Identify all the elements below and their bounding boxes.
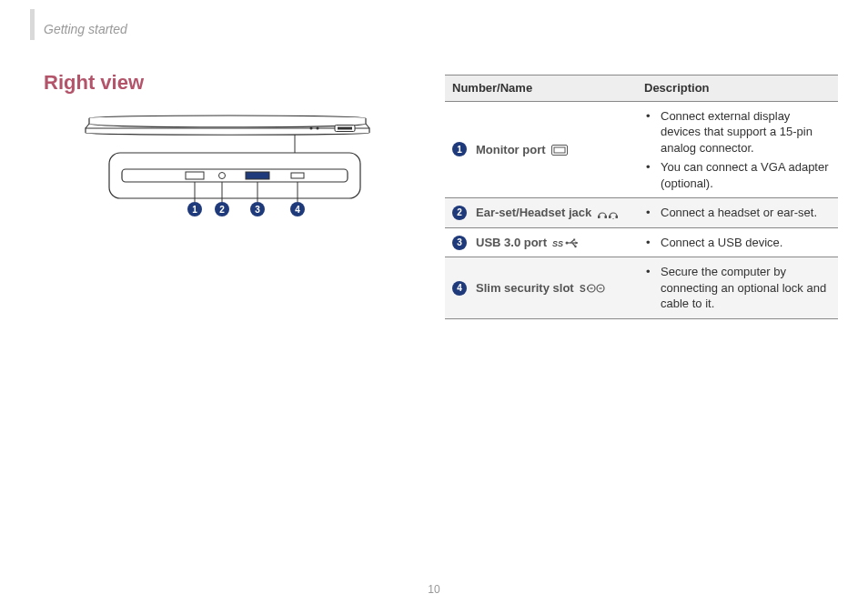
svg-rect-5 xyxy=(338,127,352,130)
port-description: Connect external display devices that su… xyxy=(657,106,831,158)
row-badge-icon: 1 xyxy=(452,142,467,156)
header-rule-icon xyxy=(30,9,35,40)
page-number: 10 xyxy=(0,583,868,596)
svg-point-10 xyxy=(219,173,226,179)
page: Getting started Right view xyxy=(0,0,868,614)
svg-point-2 xyxy=(310,127,313,130)
callout-badge-4-icon: 4 xyxy=(290,202,305,216)
port-description: You can connect a VGA adapter (optional)… xyxy=(657,157,831,193)
svg-rect-23 xyxy=(598,216,601,218)
row-badge-icon: 2 xyxy=(452,206,467,220)
port-name: Monitor port xyxy=(476,142,546,158)
table-row: 1 Monitor port Connect external display … xyxy=(445,101,838,198)
svg-point-34 xyxy=(574,246,576,247)
laptop-body-icon xyxy=(86,116,369,135)
callout-badge-2-icon: 2 xyxy=(215,202,229,216)
page-header: Getting started xyxy=(0,0,868,51)
port-description: Connect a USB device. xyxy=(657,233,831,253)
callout-badge-1-icon: 1 xyxy=(187,202,202,216)
col-header-number-name: Number/Name xyxy=(445,75,637,102)
svg-rect-9 xyxy=(186,172,204,179)
table-row: 4 Slim security slot S xyxy=(445,257,838,319)
svg-line-0 xyxy=(86,124,89,128)
port-name: USB 3.0 port xyxy=(476,235,547,251)
svg-rect-11 xyxy=(246,172,269,179)
table-header-row: Number/Name Description xyxy=(445,75,838,102)
svg-rect-26 xyxy=(616,216,619,218)
svg-text:SS: SS xyxy=(552,239,563,248)
svg-rect-8 xyxy=(122,169,348,182)
table-row: 2 Ear-set/Headset jack xyxy=(445,198,838,228)
svg-rect-25 xyxy=(609,216,611,218)
port-description: Connect a headset or ear-set. xyxy=(657,203,831,223)
svg-rect-22 xyxy=(554,147,565,153)
svg-text:S: S xyxy=(580,284,586,294)
headset-icon xyxy=(597,205,619,221)
callout-badge-3-icon: 3 xyxy=(250,202,265,216)
svg-rect-12 xyxy=(291,173,304,178)
section-heading: Right view xyxy=(44,71,144,95)
monitor-port-icon xyxy=(551,142,568,158)
laptop-right-view-diagram: 1 2 3 4 xyxy=(76,113,377,222)
callout-1-label: 1 xyxy=(192,205,197,215)
col-header-description: Description xyxy=(637,75,838,102)
row-badge-icon: 3 xyxy=(452,236,467,250)
header-section-label: Getting started xyxy=(44,22,127,36)
svg-marker-35 xyxy=(576,242,579,246)
svg-point-3 xyxy=(317,127,319,130)
svg-rect-24 xyxy=(605,216,608,218)
port-description: Secure the computer by connecting an opt… xyxy=(657,262,831,314)
callout-2-label: 2 xyxy=(219,205,225,215)
row-badge-icon: 4 xyxy=(452,281,467,296)
svg-line-1 xyxy=(366,124,369,128)
port-name: Ear-set/Headset jack xyxy=(476,205,591,221)
security-slot-icon: S xyxy=(580,280,607,297)
callout-3-label: 3 xyxy=(255,205,260,215)
port-name: Slim security slot xyxy=(476,280,574,297)
svg-rect-32 xyxy=(573,239,575,241)
usb-ss-icon: SS xyxy=(552,235,580,251)
table-row: 3 USB 3.0 port SS xyxy=(445,227,838,257)
callout-4-label: 4 xyxy=(295,205,300,215)
callout-balloon-icon xyxy=(109,153,360,202)
ports-table: Number/Name Description 1 Monitor port xyxy=(445,75,838,319)
